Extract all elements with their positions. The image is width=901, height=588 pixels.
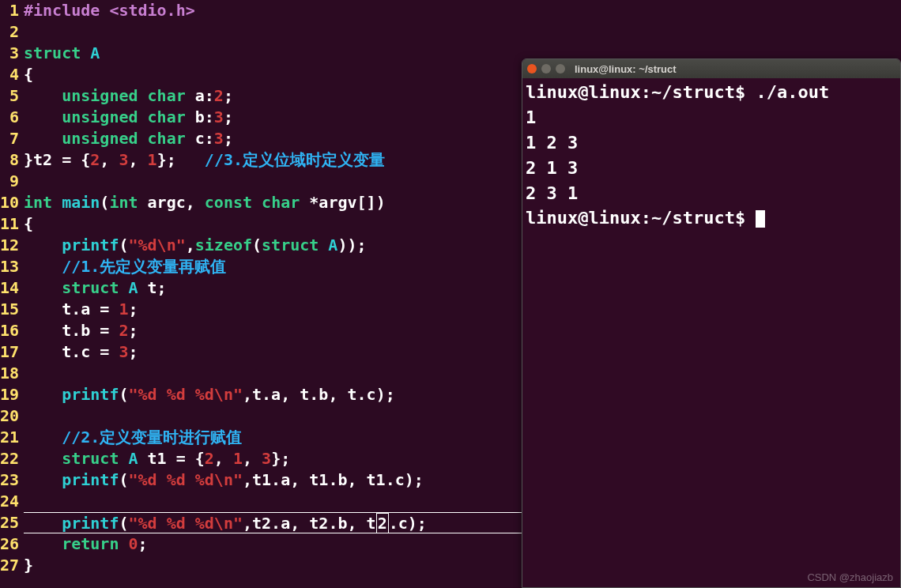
line-number: 2 — [0, 21, 24, 43]
line-number: 18 — [0, 363, 24, 384]
terminal-output-line: 2 1 3 — [526, 158, 578, 178]
line-number: 6 — [0, 107, 24, 128]
line-number: 9 — [0, 171, 24, 192]
terminal-output-line: 2 3 1 — [526, 183, 578, 203]
close-icon[interactable] — [527, 64, 537, 74]
line-number: 21 — [0, 427, 24, 448]
editor-cursor: 2 — [376, 513, 389, 533]
terminal-cursor — [756, 210, 765, 228]
maximize-icon[interactable] — [556, 64, 565, 74]
terminal-titlebar[interactable]: linux@linux: ~/struct — [522, 59, 900, 78]
line-number: 19 — [0, 384, 24, 405]
code-content[interactable] — [24, 21, 901, 43]
terminal-command: ./a.out — [756, 82, 829, 102]
line-number: 16 — [0, 320, 24, 341]
line-number: 5 — [0, 85, 24, 107]
line-number: 14 — [0, 277, 24, 299]
line-number: 23 — [0, 469, 24, 491]
code-line[interactable]: 2 — [0, 21, 901, 43]
terminal-output-line: 1 — [526, 107, 536, 127]
line-number: 8 — [0, 149, 24, 171]
line-number: 25 — [0, 512, 24, 533]
watermark: CSDN @zhaojiazb — [807, 571, 893, 583]
line-number: 24 — [0, 491, 24, 512]
terminal-prompt: linux@linux:~/struct$ — [526, 82, 756, 102]
terminal-output-line: 1 2 3 — [526, 133, 578, 153]
terminal-prompt: linux@linux:~/struct$ — [526, 208, 756, 228]
line-number: 15 — [0, 299, 24, 320]
line-number: 11 — [0, 213, 24, 235]
code-line[interactable]: 1#include <stdio.h> — [0, 0, 901, 21]
line-number: 26 — [0, 533, 24, 555]
line-number: 12 — [0, 235, 24, 256]
line-number: 20 — [0, 405, 24, 427]
minimize-icon[interactable] — [541, 64, 551, 74]
line-number: 22 — [0, 448, 24, 469]
line-number: 3 — [0, 43, 24, 64]
line-number: 1 — [0, 0, 24, 21]
line-number: 27 — [0, 555, 24, 576]
line-number: 10 — [0, 192, 24, 213]
terminal-window[interactable]: linux@linux: ~/struct linux@linux:~/stru… — [522, 58, 901, 588]
terminal-title: linux@linux: ~/struct — [575, 63, 677, 75]
line-number: 13 — [0, 256, 24, 277]
code-content[interactable]: #include <stdio.h> — [24, 0, 901, 21]
line-number: 4 — [0, 64, 24, 85]
line-number: 17 — [0, 341, 24, 363]
line-number: 7 — [0, 128, 24, 149]
terminal-body[interactable]: linux@linux:~/struct$ ./a.out 1 1 2 3 2 … — [522, 78, 900, 587]
